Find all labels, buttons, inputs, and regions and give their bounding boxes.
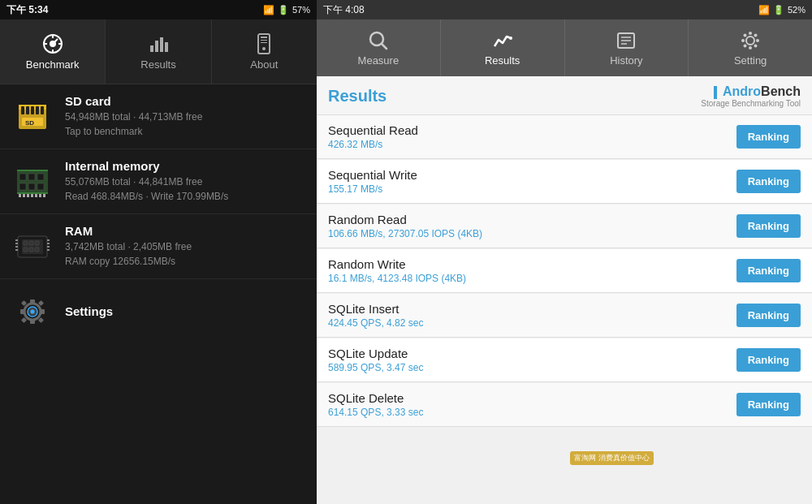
logo-bar	[714, 86, 717, 99]
ram-line2: RAM copy 12656.15MB/s	[65, 254, 305, 269]
sqlite-delete-text: SQLite Delete 614.15 QPS, 3.33 sec	[328, 391, 736, 418]
svg-rect-20	[31, 106, 34, 114]
svg-rect-30	[37, 174, 44, 180]
settings-item[interactable]: Settings	[0, 279, 317, 344]
seq-read-text: Sequential Read 426.32 MB/s	[328, 123, 736, 150]
svg-rect-54	[47, 243, 50, 244]
setting-label: Setting	[734, 54, 767, 67]
svg-rect-12	[261, 37, 267, 38]
results-right-label: Results	[485, 54, 520, 67]
svg-rect-26	[17, 170, 48, 171]
tab-setting[interactable]: Setting	[689, 19, 812, 76]
svg-point-83	[754, 33, 758, 37]
svg-point-81	[756, 39, 759, 42]
sqlite-insert-value: 424.45 QPS, 4.82 sec	[328, 317, 736, 329]
tab-benchmark[interactable]: Benchmark	[0, 19, 106, 84]
svg-rect-38	[35, 194, 37, 197]
history-icon	[615, 30, 637, 51]
sqlite-insert-ranking-button[interactable]: Ranking	[736, 304, 801, 327]
rand-read-name: Random Read	[328, 213, 736, 226]
seq-write-text: Sequential Write 155.17 MB/s	[328, 168, 736, 195]
svg-rect-34	[19, 194, 21, 197]
svg-rect-31	[19, 183, 26, 190]
svg-rect-61	[30, 319, 35, 324]
left-battery: 57%	[292, 5, 310, 15]
svg-point-79	[749, 46, 752, 50]
svg-point-72	[509, 37, 512, 40]
svg-rect-39	[39, 194, 41, 197]
left-time: 下午 5:34	[6, 3, 48, 17]
sd-card-text: SD card 54,948MB total · 44,713MB free T…	[65, 94, 305, 139]
ram-item[interactable]: RAM 3,742MB total · 2,405MB free RAM cop…	[0, 214, 317, 279]
androbench-name: AndroBench	[714, 84, 801, 99]
sqlite-delete-ranking-button[interactable]: Ranking	[736, 393, 801, 416]
result-row-seq-write: Sequential Write 155.17 MB/s Ranking	[317, 160, 812, 204]
svg-rect-10	[165, 42, 168, 52]
sd-card-icon: SD	[14, 98, 51, 136]
svg-rect-25	[17, 170, 48, 194]
rand-read-text: Random Read 106.66 MB/s, 27307.05 IOPS (…	[328, 213, 736, 239]
results-list: Sequential Read 426.32 MB/s Ranking Sequ…	[317, 115, 812, 504]
ram-text: RAM 3,742MB total · 2,405MB free RAM cop…	[65, 224, 305, 269]
result-row-rand-write: Random Write 16.1 MB/s, 4123.48 IOPS (4K…	[317, 249, 812, 293]
about-icon	[253, 32, 275, 55]
measure-label: Measure	[358, 54, 400, 67]
svg-point-82	[744, 33, 747, 37]
tab-about[interactable]: About	[212, 19, 317, 84]
svg-rect-46	[24, 248, 28, 252]
seq-write-value: 155.17 MB/s	[328, 183, 736, 195]
result-row-sqlite-delete: SQLite Delete 614.15 QPS, 3.33 sec Ranki…	[317, 383, 812, 427]
tab-results[interactable]: Results	[106, 19, 211, 84]
history-label: History	[610, 54, 642, 67]
settings-icon	[14, 293, 51, 330]
right-time: 下午 4:08	[323, 3, 365, 17]
right-status-icons: 📶 🔋 52%	[758, 5, 806, 15]
tab-history[interactable]: History	[565, 19, 689, 76]
svg-point-84	[744, 44, 747, 47]
left-status-icons: 📶 🔋 57%	[263, 5, 310, 15]
svg-rect-44	[29, 241, 33, 245]
tab-results-right[interactable]: Results	[441, 19, 565, 76]
setting-icon	[740, 30, 761, 51]
androbench-subtitle: Storage Benchmarking Tool	[701, 99, 801, 108]
svg-rect-32	[28, 183, 35, 190]
logo-andro: Andro	[723, 84, 761, 98]
svg-point-69	[31, 310, 35, 314]
rand-write-value: 16.1 MB/s, 4123.48 IOPS (4KB)	[328, 273, 736, 284]
svg-rect-55	[47, 246, 50, 248]
svg-rect-18	[21, 106, 24, 114]
internal-memory-item[interactable]: Internal memory 55,076MB total · 44,841M…	[0, 149, 317, 214]
settings-icon-container	[11, 291, 54, 333]
seq-read-ranking-button[interactable]: Ranking	[736, 125, 801, 149]
results-page-title: Results	[328, 87, 387, 106]
androbench-logo: AndroBench Storage Benchmarking Tool	[701, 84, 801, 108]
rand-read-value: 106.66 MB/s, 27307.05 IOPS (4KB)	[328, 228, 736, 239]
svg-rect-33	[37, 183, 44, 190]
svg-rect-40	[43, 194, 45, 197]
benchmark-label: Benchmark	[26, 58, 80, 71]
tab-measure[interactable]: Measure	[317, 19, 441, 76]
sd-card-item[interactable]: SD SD card 54,948MB total · 44,713MB fre…	[0, 84, 317, 149]
sqlite-delete-name: SQLite Delete	[328, 391, 736, 405]
result-row-rand-read: Random Read 106.66 MB/s, 27307.05 IOPS (…	[317, 205, 812, 248]
svg-rect-51	[15, 246, 18, 248]
results-icon	[147, 32, 170, 55]
seq-write-ranking-button[interactable]: Ranking	[736, 170, 801, 193]
svg-rect-43	[24, 241, 28, 245]
left-nav: Benchmark Results About	[0, 19, 317, 84]
sqlite-insert-text: SQLite Insert 424.45 QPS, 4.82 sec	[328, 302, 736, 329]
rand-write-ranking-button[interactable]: Ranking	[736, 259, 801, 282]
svg-rect-13	[261, 40, 267, 41]
svg-rect-60	[30, 299, 35, 304]
rand-read-ranking-button[interactable]: Ranking	[736, 214, 801, 238]
seq-write-name: Sequential Write	[328, 168, 736, 182]
sqlite-update-ranking-button[interactable]: Ranking	[736, 348, 801, 372]
svg-point-77	[746, 37, 754, 45]
svg-rect-7	[150, 45, 153, 52]
left-panel: 下午 5:34 📶 🔋 57% Benchmark	[0, 0, 317, 504]
svg-rect-9	[160, 37, 163, 52]
sqlite-update-name: SQLite Update	[328, 347, 736, 360]
svg-rect-47	[29, 248, 33, 252]
svg-rect-50	[15, 243, 18, 244]
ram-icon	[14, 228, 51, 265]
